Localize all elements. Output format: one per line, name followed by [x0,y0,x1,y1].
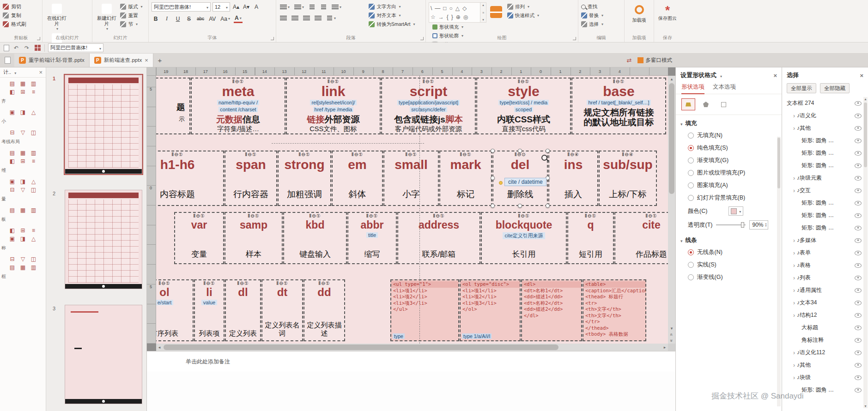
size-properties-icon[interactable] [716,98,730,110]
copy-button[interactable]: 复制 [3,11,39,20]
slide-shape-cell[interactable]: Ⅱ⊖①kbd键盘输入 [283,212,347,264]
show-all-button[interactable]: 全部显示 [787,83,816,93]
close-tab-icon[interactable] [145,57,148,64]
visibility-eye-icon[interactable] [855,139,862,143]
code-snippet-cell[interactable]: <table><caption>汇总</caption><thead> 标题行<… [583,279,646,341]
chevron-down-icon[interactable] [680,237,683,244]
horizontal-scroll-thumb[interactable] [164,345,558,350]
tool-icon[interactable]: ◨ [19,109,26,116]
numbering-button[interactable] [293,3,305,12]
visibility-eye-icon[interactable] [855,114,862,118]
selection-item[interactable]: 矩形: 圆角 … [782,159,868,172]
slide-shape-cell[interactable]: Ⅱ⊖①h1-h6内容标题 [156,151,224,206]
multi-window-button[interactable]: 多窗口模式 [637,57,673,64]
change-case-button[interactable]: Aa [219,14,231,23]
horizontal-scrollbar[interactable] [156,344,668,351]
character-spacing-button[interactable]: AV [208,14,217,23]
decrease-font-button[interactable]: A▾ [242,2,250,11]
shape-icon[interactable]: △ [455,5,460,12]
shape-icon[interactable]: ◇ [462,5,467,12]
slide-shape-cell[interactable]: Ⅱ⊖①address联系/邮箱 [397,212,480,264]
vertical-scroll-thumb[interactable] [669,83,674,194]
tool-icon[interactable]: ≡ [30,158,37,165]
shape-fill-button[interactable]: 形状填充 [432,23,463,31]
selection-handle[interactable] [518,149,522,153]
selection-item[interactable]: ♪多媒体 [782,234,868,247]
tool-icon[interactable]: ◫ [30,256,37,263]
new-tab-button[interactable] [153,54,166,67]
tool-icon[interactable]: ▤ [9,80,16,87]
selection-handle[interactable] [546,204,550,208]
effects-icon[interactable] [699,98,713,110]
columns-button[interactable] [325,14,337,23]
selection-item[interactable]: ♪表单 [782,247,868,259]
select-button[interactable]: 选择 [581,20,621,29]
align-left-button[interactable] [279,14,288,23]
tool-icon[interactable]: ⊟ [9,256,16,263]
tool-icon[interactable]: ▦ [19,80,26,87]
tool-icon[interactable]: ▥ [30,150,37,157]
tool-icon[interactable]: ▽ [19,129,26,136]
shape-gallery-scrollbar[interactable]: ▴≡▾ [480,2,486,23]
selection-item[interactable]: ♪语义化 [782,109,868,122]
radio-icon[interactable] [688,170,694,176]
quick-styles-button[interactable]: 快速样式 [507,11,539,20]
radio-option[interactable]: 无线条(N) [676,246,782,259]
text-direction-button[interactable]: 文字方向 [369,2,415,11]
chevron-down-icon[interactable] [680,121,683,127]
hide-all-button[interactable]: 全部隐藏 [820,83,850,93]
selection-item[interactable]: 矩形: 圆角 … [782,222,868,234]
selection-item[interactable]: 矩形: 圆角 … [782,197,868,209]
slide-thumbnail[interactable] [65,75,142,174]
selection-item[interactable]: ♪其他 [782,122,868,134]
tool-icon[interactable]: ▦ [19,264,26,271]
slide-shape-cell[interactable]: Ⅱ⊖④ins插入 [548,151,598,206]
undo-icon[interactable] [12,44,20,52]
tool-icon[interactable]: ◨ [19,178,26,185]
shape-icon[interactable]: ◎ [463,14,468,20]
scroll-down-icon[interactable] [863,404,868,408]
underline-button[interactable]: U [174,14,182,23]
scroll-up-icon[interactable] [863,97,868,101]
increase-font-button[interactable]: A▴ [232,2,240,11]
justify-button[interactable] [314,14,322,23]
vertical-scrollbar[interactable] [668,76,675,344]
radio-option[interactable]: 图案填充(A) [676,179,782,192]
selection-item[interactable]: ♪通用属性 [782,284,868,296]
sync-icon[interactable] [627,57,632,64]
shape-icon[interactable]: } [451,14,453,20]
radio-option[interactable]: 幻灯片背景填充(B) [676,192,782,204]
tool-icon[interactable]: ▽ [19,256,26,263]
slide-shape-cell[interactable]: Ⅱ⊖①abbrtitle缩写 [347,212,397,264]
visibility-eye-icon[interactable] [855,126,862,131]
shape-icon[interactable]: { [447,14,449,20]
slide-shape-cell[interactable]: Ⅱ⊖①samp样本 [225,212,283,264]
tool-icon[interactable]: ▤ [9,150,16,157]
scroll-right-icon[interactable] [662,345,668,350]
selection-item[interactable]: 矩形: 圆角 … [782,147,868,159]
selection-item[interactable]: ♪表格 [782,259,868,272]
panel-scrollbar[interactable] [863,97,868,408]
visibility-eye-icon[interactable] [855,101,862,106]
visibility-eye-icon[interactable] [855,176,862,181]
slide-shape-cell[interactable]: Ⅱ⊖①small小字 [383,151,439,206]
slide-shape-cell[interactable]: Ⅱ⊖①scripttype[application/javascript] sr… [381,78,476,134]
slide-shape-cell[interactable]: Ⅱ⊖①styletype[text/css] / media scoped内联C… [476,78,571,134]
radio-icon[interactable] [688,133,694,139]
redo-icon[interactable] [23,44,30,52]
visibility-eye-icon[interactable] [855,151,862,156]
next-slide-icon[interactable] [668,338,675,344]
adjust-handle[interactable] [499,181,503,185]
slide-shape-cell[interactable]: Ⅱ⊖①dd定义列表描述 [303,279,345,341]
tool-icon[interactable]: ▥ [30,207,37,214]
tool-icon[interactable]: ≡ [30,89,37,96]
tool-icon[interactable]: ◫ [30,129,37,136]
slide-shape-cell[interactable]: Ⅱ⊖①ole/start有序列表 [156,279,194,341]
radio-option[interactable]: 实线(S) [676,259,782,271]
chevron-down-icon[interactable] [13,70,16,75]
clear-format-button[interactable]: A [252,2,261,11]
slide-shape-cell[interactable]: Ⅱ⊖①blockquotecite定义引用来源长引用 [481,212,567,264]
previous-slide-icon[interactable] [668,332,675,338]
chevron-down-icon[interactable] [719,72,722,79]
theme-font-dropdown[interactable]: 阿里巴巴普惠体! [48,43,103,52]
